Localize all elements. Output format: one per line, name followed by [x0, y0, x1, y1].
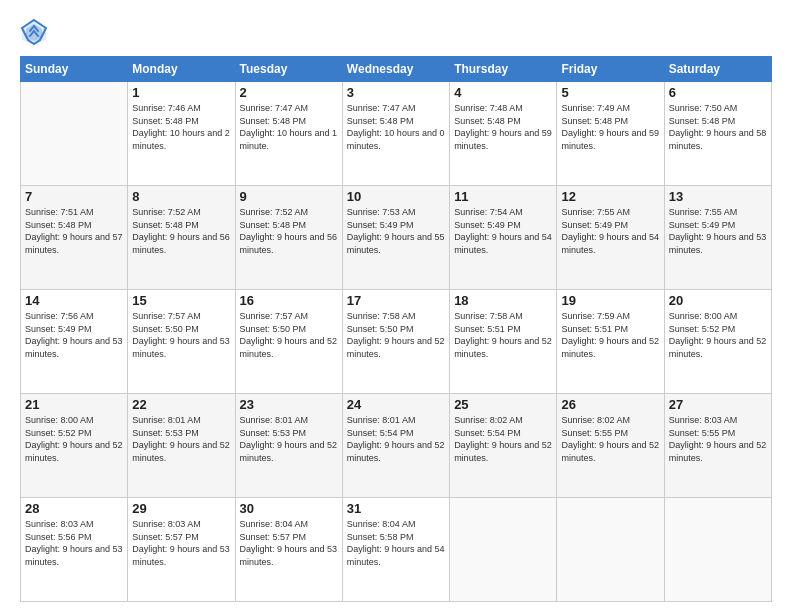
day-number: 5: [561, 85, 659, 100]
calendar-cell: 17Sunrise: 7:58 AMSunset: 5:50 PMDayligh…: [342, 290, 449, 394]
calendar-cell: 14Sunrise: 7:56 AMSunset: 5:49 PMDayligh…: [21, 290, 128, 394]
day-info: Sunrise: 8:02 AMSunset: 5:54 PMDaylight:…: [454, 414, 552, 464]
day-info: Sunrise: 8:01 AMSunset: 5:54 PMDaylight:…: [347, 414, 445, 464]
calendar-cell: [21, 82, 128, 186]
day-number: 28: [25, 501, 123, 516]
day-number: 9: [240, 189, 338, 204]
day-info: Sunrise: 7:47 AMSunset: 5:48 PMDaylight:…: [240, 102, 338, 152]
day-number: 24: [347, 397, 445, 412]
calendar-cell: 15Sunrise: 7:57 AMSunset: 5:50 PMDayligh…: [128, 290, 235, 394]
calendar-cell: 23Sunrise: 8:01 AMSunset: 5:53 PMDayligh…: [235, 394, 342, 498]
day-number: 19: [561, 293, 659, 308]
day-number: 4: [454, 85, 552, 100]
calendar-cell: 1Sunrise: 7:46 AMSunset: 5:48 PMDaylight…: [128, 82, 235, 186]
day-number: 15: [132, 293, 230, 308]
calendar-cell: 31Sunrise: 8:04 AMSunset: 5:58 PMDayligh…: [342, 498, 449, 602]
calendar-week-row: 21Sunrise: 8:00 AMSunset: 5:52 PMDayligh…: [21, 394, 772, 498]
day-number: 16: [240, 293, 338, 308]
day-info: Sunrise: 7:47 AMSunset: 5:48 PMDaylight:…: [347, 102, 445, 152]
calendar-week-row: 28Sunrise: 8:03 AMSunset: 5:56 PMDayligh…: [21, 498, 772, 602]
calendar-cell: [557, 498, 664, 602]
calendar-cell: 6Sunrise: 7:50 AMSunset: 5:48 PMDaylight…: [664, 82, 771, 186]
calendar-cell: 26Sunrise: 8:02 AMSunset: 5:55 PMDayligh…: [557, 394, 664, 498]
calendar-cell: 28Sunrise: 8:03 AMSunset: 5:56 PMDayligh…: [21, 498, 128, 602]
day-info: Sunrise: 7:57 AMSunset: 5:50 PMDaylight:…: [132, 310, 230, 360]
logo-icon: [20, 18, 48, 46]
day-info: Sunrise: 8:00 AMSunset: 5:52 PMDaylight:…: [669, 310, 767, 360]
day-info: Sunrise: 7:53 AMSunset: 5:49 PMDaylight:…: [347, 206, 445, 256]
calendar-cell: 5Sunrise: 7:49 AMSunset: 5:48 PMDaylight…: [557, 82, 664, 186]
day-number: 18: [454, 293, 552, 308]
day-info: Sunrise: 7:54 AMSunset: 5:49 PMDaylight:…: [454, 206, 552, 256]
calendar-cell: 27Sunrise: 8:03 AMSunset: 5:55 PMDayligh…: [664, 394, 771, 498]
header: [20, 18, 772, 46]
day-number: 11: [454, 189, 552, 204]
day-info: Sunrise: 8:04 AMSunset: 5:57 PMDaylight:…: [240, 518, 338, 568]
day-info: Sunrise: 7:50 AMSunset: 5:48 PMDaylight:…: [669, 102, 767, 152]
day-info: Sunrise: 7:59 AMSunset: 5:51 PMDaylight:…: [561, 310, 659, 360]
day-info: Sunrise: 8:04 AMSunset: 5:58 PMDaylight:…: [347, 518, 445, 568]
day-info: Sunrise: 8:01 AMSunset: 5:53 PMDaylight:…: [240, 414, 338, 464]
calendar-header-monday: Monday: [128, 57, 235, 82]
day-info: Sunrise: 7:58 AMSunset: 5:51 PMDaylight:…: [454, 310, 552, 360]
calendar-header-tuesday: Tuesday: [235, 57, 342, 82]
day-number: 22: [132, 397, 230, 412]
calendar-cell: 8Sunrise: 7:52 AMSunset: 5:48 PMDaylight…: [128, 186, 235, 290]
calendar-cell: 13Sunrise: 7:55 AMSunset: 5:49 PMDayligh…: [664, 186, 771, 290]
day-number: 26: [561, 397, 659, 412]
day-number: 31: [347, 501, 445, 516]
calendar-cell: 2Sunrise: 7:47 AMSunset: 5:48 PMDaylight…: [235, 82, 342, 186]
day-number: 25: [454, 397, 552, 412]
day-info: Sunrise: 8:02 AMSunset: 5:55 PMDaylight:…: [561, 414, 659, 464]
day-info: Sunrise: 7:55 AMSunset: 5:49 PMDaylight:…: [669, 206, 767, 256]
calendar-cell: 22Sunrise: 8:01 AMSunset: 5:53 PMDayligh…: [128, 394, 235, 498]
day-info: Sunrise: 7:55 AMSunset: 5:49 PMDaylight:…: [561, 206, 659, 256]
calendar-week-row: 14Sunrise: 7:56 AMSunset: 5:49 PMDayligh…: [21, 290, 772, 394]
calendar-cell: 20Sunrise: 8:00 AMSunset: 5:52 PMDayligh…: [664, 290, 771, 394]
logo: [20, 18, 52, 46]
calendar-header-thursday: Thursday: [450, 57, 557, 82]
calendar-cell: 25Sunrise: 8:02 AMSunset: 5:54 PMDayligh…: [450, 394, 557, 498]
day-number: 8: [132, 189, 230, 204]
day-info: Sunrise: 7:58 AMSunset: 5:50 PMDaylight:…: [347, 310, 445, 360]
calendar-cell: 10Sunrise: 7:53 AMSunset: 5:49 PMDayligh…: [342, 186, 449, 290]
calendar-header-saturday: Saturday: [664, 57, 771, 82]
day-info: Sunrise: 7:51 AMSunset: 5:48 PMDaylight:…: [25, 206, 123, 256]
day-info: Sunrise: 7:52 AMSunset: 5:48 PMDaylight:…: [240, 206, 338, 256]
day-number: 6: [669, 85, 767, 100]
calendar-header-sunday: Sunday: [21, 57, 128, 82]
day-info: Sunrise: 7:56 AMSunset: 5:49 PMDaylight:…: [25, 310, 123, 360]
day-number: 2: [240, 85, 338, 100]
page: SundayMondayTuesdayWednesdayThursdayFrid…: [0, 0, 792, 612]
calendar-cell: 3Sunrise: 7:47 AMSunset: 5:48 PMDaylight…: [342, 82, 449, 186]
day-info: Sunrise: 7:52 AMSunset: 5:48 PMDaylight:…: [132, 206, 230, 256]
calendar-cell: 29Sunrise: 8:03 AMSunset: 5:57 PMDayligh…: [128, 498, 235, 602]
day-number: 21: [25, 397, 123, 412]
calendar-cell: 9Sunrise: 7:52 AMSunset: 5:48 PMDaylight…: [235, 186, 342, 290]
day-number: 7: [25, 189, 123, 204]
calendar-cell: [450, 498, 557, 602]
calendar-cell: 7Sunrise: 7:51 AMSunset: 5:48 PMDaylight…: [21, 186, 128, 290]
day-info: Sunrise: 8:03 AMSunset: 5:57 PMDaylight:…: [132, 518, 230, 568]
day-info: Sunrise: 7:46 AMSunset: 5:48 PMDaylight:…: [132, 102, 230, 152]
day-number: 12: [561, 189, 659, 204]
day-number: 1: [132, 85, 230, 100]
calendar-cell: [664, 498, 771, 602]
calendar-cell: 11Sunrise: 7:54 AMSunset: 5:49 PMDayligh…: [450, 186, 557, 290]
calendar-cell: 30Sunrise: 8:04 AMSunset: 5:57 PMDayligh…: [235, 498, 342, 602]
day-info: Sunrise: 8:00 AMSunset: 5:52 PMDaylight:…: [25, 414, 123, 464]
calendar-header-friday: Friday: [557, 57, 664, 82]
day-number: 17: [347, 293, 445, 308]
day-info: Sunrise: 7:48 AMSunset: 5:48 PMDaylight:…: [454, 102, 552, 152]
day-number: 20: [669, 293, 767, 308]
calendar-week-row: 1Sunrise: 7:46 AMSunset: 5:48 PMDaylight…: [21, 82, 772, 186]
calendar-cell: 21Sunrise: 8:00 AMSunset: 5:52 PMDayligh…: [21, 394, 128, 498]
day-number: 10: [347, 189, 445, 204]
calendar-cell: 12Sunrise: 7:55 AMSunset: 5:49 PMDayligh…: [557, 186, 664, 290]
calendar-week-row: 7Sunrise: 7:51 AMSunset: 5:48 PMDaylight…: [21, 186, 772, 290]
day-number: 14: [25, 293, 123, 308]
calendar-header-row: SundayMondayTuesdayWednesdayThursdayFrid…: [21, 57, 772, 82]
day-info: Sunrise: 8:03 AMSunset: 5:55 PMDaylight:…: [669, 414, 767, 464]
calendar-cell: 24Sunrise: 8:01 AMSunset: 5:54 PMDayligh…: [342, 394, 449, 498]
calendar-cell: 16Sunrise: 7:57 AMSunset: 5:50 PMDayligh…: [235, 290, 342, 394]
